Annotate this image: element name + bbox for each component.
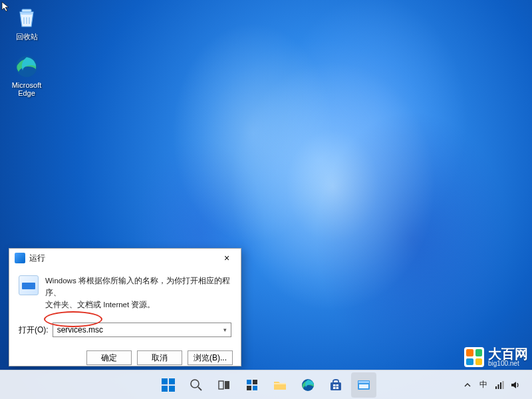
desktop-icon-label: Microsoft Edge bbox=[4, 81, 49, 97]
svg-rect-26 bbox=[500, 382, 501, 389]
svg-rect-0 bbox=[22, 9, 31, 12]
run-dialog-title-icon bbox=[15, 253, 25, 263]
taskbar-explorer-button[interactable] bbox=[267, 372, 293, 398]
svg-rect-17 bbox=[333, 384, 336, 386]
taskbar-store-button[interactable] bbox=[323, 372, 348, 398]
svg-rect-18 bbox=[336, 384, 339, 386]
taskbar-taskview-button[interactable] bbox=[211, 372, 237, 398]
run-dialog: 运行 × Windows 将根据你所输入的名称，为你打开相应的程序、 文件夹、文… bbox=[9, 248, 241, 366]
browse-button[interactable]: 浏览(B)... bbox=[188, 350, 233, 365]
ok-button[interactable]: 确定 bbox=[86, 350, 132, 365]
svg-rect-11 bbox=[253, 380, 257, 384]
svg-rect-4 bbox=[162, 386, 168, 392]
system-tray: 中 bbox=[460, 372, 529, 398]
svg-rect-19 bbox=[333, 387, 336, 389]
open-combobox[interactable]: ▾ bbox=[53, 323, 231, 337]
svg-rect-2 bbox=[162, 378, 168, 384]
desktop-icon-recycle-bin[interactable]: 回收站 bbox=[4, 4, 49, 42]
taskbar-widgets-button[interactable] bbox=[239, 372, 265, 398]
svg-rect-16 bbox=[331, 382, 341, 390]
taskbar-search-button[interactable] bbox=[184, 372, 209, 398]
watermark-logo-icon bbox=[464, 347, 484, 367]
desktop-icon-label: 回收站 bbox=[16, 32, 38, 42]
taskbar: 中 bbox=[0, 370, 532, 399]
tray-chevron-up-icon[interactable] bbox=[460, 372, 475, 398]
svg-rect-8 bbox=[219, 381, 223, 389]
recycle-bin-icon bbox=[13, 4, 40, 31]
open-input[interactable] bbox=[53, 323, 219, 336]
watermark: 大百网 big100.net bbox=[464, 347, 528, 367]
watermark-main-text: 大百网 bbox=[488, 347, 528, 360]
tray-ime-icon[interactable]: 中 bbox=[476, 372, 491, 398]
chevron-down-icon[interactable]: ▾ bbox=[219, 327, 231, 333]
svg-rect-10 bbox=[247, 380, 251, 384]
svg-rect-3 bbox=[169, 378, 175, 384]
tray-network-icon[interactable] bbox=[492, 372, 507, 398]
open-label: 打开(O): bbox=[19, 325, 49, 336]
run-dialog-titlebar[interactable]: 运行 × bbox=[9, 249, 241, 267]
tray-show-desktop[interactable] bbox=[524, 372, 529, 398]
watermark-sub-text: big100.net bbox=[488, 360, 528, 367]
desktop-icon-edge[interactable]: Microsoft Edge bbox=[4, 53, 49, 97]
tray-sound-icon[interactable] bbox=[508, 372, 523, 398]
run-dialog-title-text: 运行 bbox=[29, 253, 45, 264]
svg-rect-23 bbox=[359, 384, 368, 388]
close-button[interactable]: × bbox=[213, 249, 241, 267]
taskbar-edge-button[interactable] bbox=[295, 372, 321, 398]
svg-rect-27 bbox=[503, 381, 504, 389]
svg-rect-12 bbox=[247, 386, 251, 390]
svg-rect-9 bbox=[225, 381, 229, 389]
svg-rect-20 bbox=[336, 387, 339, 389]
svg-rect-13 bbox=[253, 386, 257, 390]
svg-rect-22 bbox=[358, 381, 369, 383]
run-dialog-icon bbox=[19, 275, 39, 295]
taskbar-start-button[interactable] bbox=[156, 372, 181, 398]
svg-rect-5 bbox=[169, 386, 175, 392]
svg-rect-25 bbox=[498, 384, 499, 389]
svg-rect-24 bbox=[495, 386, 497, 389]
edge-icon bbox=[13, 53, 40, 80]
svg-rect-14 bbox=[274, 383, 286, 384]
close-icon: × bbox=[224, 253, 229, 263]
taskbar-center bbox=[156, 372, 376, 398]
taskbar-run-button[interactable] bbox=[351, 372, 376, 398]
svg-line-7 bbox=[198, 387, 201, 390]
svg-point-6 bbox=[191, 380, 199, 388]
run-dialog-description: Windows 将根据你所输入的名称，为你打开相应的程序、 文件夹、文档或 In… bbox=[45, 275, 231, 311]
cancel-button[interactable]: 取消 bbox=[137, 350, 182, 365]
